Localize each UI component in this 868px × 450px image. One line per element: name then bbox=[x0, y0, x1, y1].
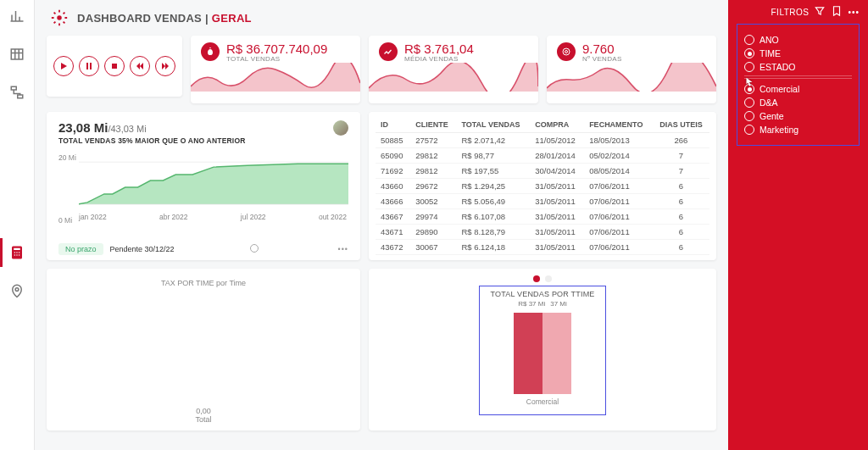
table-header[interactable]: COMPRA bbox=[530, 117, 584, 133]
stop-button[interactable] bbox=[104, 56, 125, 76]
svg-point-11 bbox=[15, 288, 19, 292]
bar-series-2 bbox=[542, 313, 571, 394]
bar-series-1 bbox=[514, 313, 542, 394]
bar-value-label: R$ 37 Mi bbox=[518, 300, 545, 308]
kpi-n-vendas: 9.760 Nº VENDAS bbox=[547, 36, 716, 103]
radio-icon bbox=[744, 35, 754, 45]
filter-option[interactable]: ESTADO bbox=[744, 62, 852, 72]
status-pill: No prazo bbox=[58, 243, 103, 255]
playback-controls bbox=[47, 36, 182, 97]
bar-value-label: 37 Mi bbox=[550, 300, 567, 308]
svg-point-9 bbox=[16, 254, 18, 256]
money-bag-icon bbox=[201, 42, 220, 61]
rail-calculator-icon[interactable] bbox=[9, 245, 25, 263]
table-header[interactable]: FECHAMENTO bbox=[584, 117, 653, 133]
svg-point-8 bbox=[14, 254, 16, 256]
radio-icon bbox=[744, 125, 754, 135]
svg-point-17 bbox=[565, 51, 568, 53]
table-row[interactable]: 4366630052R$ 5.056,4931/05/201107/06/201… bbox=[376, 194, 709, 209]
kpi-count-value: 9.760 bbox=[582, 42, 622, 55]
x-tick: abr 2022 bbox=[159, 213, 188, 221]
table-header[interactable]: DIAS UTEIS bbox=[653, 117, 709, 133]
next-button[interactable] bbox=[155, 56, 175, 76]
svg-point-12 bbox=[57, 15, 62, 20]
area-subtitle: TOTAL VENDAS 35% MAIOR QUE O ANO ANTERIO… bbox=[58, 136, 246, 145]
rail-model-icon[interactable] bbox=[9, 85, 25, 103]
radio-icon bbox=[744, 111, 754, 121]
svg-point-10 bbox=[19, 254, 20, 256]
target-icon bbox=[557, 42, 576, 61]
table-row[interactable]: 6509029812R$ 98,7728/01/201405/02/20147 bbox=[376, 148, 709, 164]
filter-icon[interactable] bbox=[814, 5, 826, 19]
filter-label: Gente bbox=[760, 111, 784, 121]
kpi-media-vendas: R$ 3.761,04 MÉDIA VENDAS bbox=[369, 36, 538, 103]
more-icon[interactable]: ••• bbox=[848, 8, 860, 17]
table-row[interactable]: 4367129890R$ 8.128,7931/05/201107/06/201… bbox=[376, 225, 709, 240]
filter-option[interactable]: Comercial bbox=[744, 84, 852, 94]
bar-chart: TOTAL VENDAS POR TTIME R$ 37 Mi 37 Mi Co… bbox=[479, 286, 605, 415]
filter-label: TIME bbox=[760, 48, 781, 58]
svg-point-16 bbox=[563, 48, 570, 55]
more-icon[interactable]: ••• bbox=[338, 245, 348, 253]
radio-icon bbox=[744, 97, 754, 108]
table-header[interactable]: CLIENTE bbox=[410, 117, 456, 133]
svg-point-5 bbox=[14, 252, 16, 253]
area-value: 23,08 Mi/43,03 Mi bbox=[58, 120, 246, 135]
filter-option[interactable]: Gente bbox=[744, 111, 852, 121]
y-tick: 20 Mi bbox=[58, 153, 76, 162]
kpi-count-label: Nº VENDAS bbox=[582, 55, 622, 63]
page-header: DASHBOARD VENDAS | GERAL bbox=[35, 0, 728, 31]
rail-table-icon[interactable] bbox=[9, 47, 25, 64]
trend-icon bbox=[379, 42, 398, 61]
rail-location-icon[interactable] bbox=[9, 283, 25, 301]
table-row[interactable]: 4367230067R$ 6.124,1831/05/201107/06/201… bbox=[376, 240, 709, 255]
svg-rect-14 bbox=[90, 63, 92, 69]
table-row[interactable]: 7169229812R$ 197,5530/04/201408/05/20147 bbox=[376, 164, 709, 179]
filter-label: ESTADO bbox=[760, 62, 795, 72]
table-row[interactable]: 4366729974R$ 6.107,0831/05/201107/06/201… bbox=[376, 209, 709, 225]
x-tick: jul 2022 bbox=[241, 213, 266, 221]
filter-panel: FILTROS ••• ANOTIMEESTADO ComercialD&AGe… bbox=[728, 0, 868, 450]
filter-option[interactable]: ANO bbox=[744, 35, 852, 45]
filter-header: FILTROS ••• bbox=[737, 5, 860, 19]
rail-chart-icon[interactable] bbox=[9, 8, 25, 26]
bar-category: Comercial bbox=[526, 397, 559, 406]
sales-table: IDCLIENTETOTAL VENDASCOMPRAFECHAMENTODIA… bbox=[369, 112, 716, 260]
svg-rect-2 bbox=[18, 95, 23, 98]
filter-label: D&A bbox=[760, 97, 778, 108]
tax-title: TAX POR TIME por Time bbox=[161, 279, 246, 287]
tax-label: Total bbox=[195, 415, 211, 424]
svg-point-7 bbox=[19, 252, 20, 253]
page-dot[interactable] bbox=[533, 275, 540, 282]
page-dot[interactable] bbox=[545, 275, 552, 282]
filter-option[interactable]: TIME bbox=[744, 48, 852, 58]
avatar[interactable] bbox=[333, 120, 348, 136]
svg-rect-4 bbox=[14, 248, 20, 250]
filter-option[interactable]: Marketing bbox=[744, 125, 852, 135]
nav-rail bbox=[0, 0, 35, 450]
area-chart-card: 23,08 Mi/43,03 Mi TOTAL VENDAS 35% MAIOR… bbox=[47, 112, 360, 260]
play-button[interactable] bbox=[53, 56, 74, 76]
filter-option[interactable]: D&A bbox=[744, 97, 852, 108]
circle-icon[interactable] bbox=[249, 243, 259, 255]
tax-por-time-card: TAX POR TIME por Time 0,00 Total bbox=[47, 269, 360, 431]
radio-icon bbox=[744, 62, 754, 72]
filter-label: Marketing bbox=[760, 125, 798, 135]
bookmark-icon[interactable] bbox=[831, 5, 843, 19]
x-tick: jan 2022 bbox=[79, 213, 107, 221]
table-header[interactable]: ID bbox=[376, 117, 410, 133]
kpi-total-vendas: R$ 36.707.740,09 TOTAL VENDAS bbox=[191, 36, 360, 103]
table-row[interactable]: 5088527572R$ 2.071,4211/05/201218/05/201… bbox=[376, 133, 709, 148]
page-title: DASHBOARD VENDAS | GERAL bbox=[77, 12, 252, 25]
svg-rect-1 bbox=[11, 86, 16, 90]
svg-rect-0 bbox=[11, 49, 23, 59]
table-header[interactable]: TOTAL VENDAS bbox=[456, 117, 530, 133]
kpi-avg-value: R$ 3.761,04 bbox=[404, 42, 474, 55]
svg-point-20 bbox=[251, 245, 259, 253]
prev-button[interactable] bbox=[130, 56, 150, 76]
svg-rect-13 bbox=[86, 63, 88, 69]
total-vendas-por-time-card: TOTAL VENDAS POR TTIME R$ 37 Mi 37 Mi Co… bbox=[369, 269, 716, 431]
pause-button[interactable] bbox=[79, 56, 99, 76]
svg-point-6 bbox=[16, 252, 18, 253]
table-row[interactable]: 4366029672R$ 1.294,2531/05/201107/06/201… bbox=[376, 179, 709, 194]
